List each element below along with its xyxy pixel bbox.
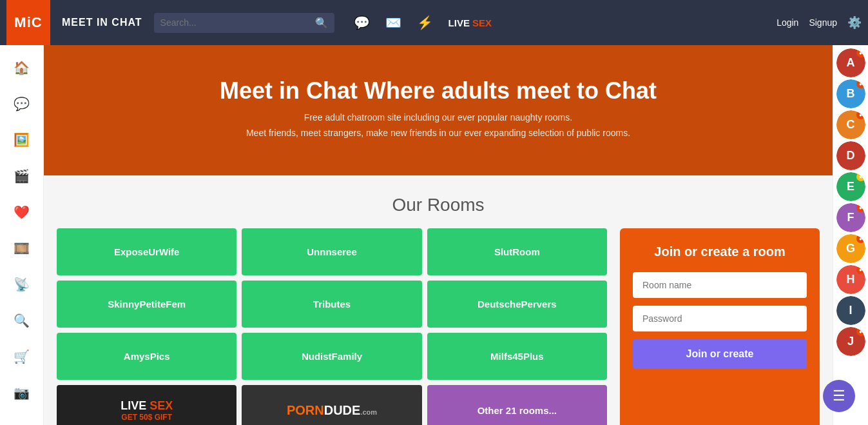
password-input[interactable] [633, 306, 807, 331]
sidebar-item-feed[interactable]: 📡 [6, 268, 38, 301]
rooms-section: Our Rooms ExposeUrWife Unnnseree SlutRoo… [44, 175, 833, 425]
room-btn-deutschepervers[interactable]: DeutschePervers [427, 281, 607, 328]
settings-icon[interactable]: ⚙️ [847, 15, 862, 30]
chat-bubble-icon[interactable]: 💬 [354, 15, 370, 30]
room-btn-slutroom[interactable]: SlutRoom [427, 228, 607, 275]
header: MiC MEET IN CHAT 🔍 💬 ✉️ ⚡ LIVE SEX Login… [0, 0, 868, 45]
avatar-8[interactable]: H ● [836, 265, 865, 294]
avatar-10[interactable]: J ● [836, 327, 865, 356]
join-panel: Join or create a room Join or create [620, 228, 820, 425]
bottom-chat-button[interactable]: ☰ [823, 380, 855, 412]
sidebar-item-favorites[interactable]: ❤️ [6, 196, 38, 228]
avatar-1[interactable]: A ● [836, 48, 865, 77]
room-btn-milfs45plus[interactable]: Milfs45Plus [427, 333, 607, 380]
rooms-layout: ExposeUrWife Unnnseree SlutRoom SkinnyPe… [57, 228, 820, 425]
avatar-1-badge: ● [856, 48, 865, 57]
avatar-3-badge: ● [856, 110, 865, 119]
search-box: 🔍 [154, 13, 334, 33]
join-create-button[interactable]: Join or create [633, 339, 807, 369]
room-btn-livesex[interactable]: LIVE SEX GET 50$ GIFT [57, 385, 236, 425]
room-btn-exposeurwife[interactable]: ExposeUrWife [57, 228, 236, 275]
avatar-7[interactable]: G ● [836, 234, 865, 263]
room-btn-tributes[interactable]: Tributes [242, 281, 421, 328]
main-content: Meet in Chat Where adults meet to Chat F… [44, 45, 833, 425]
avatar-9[interactable]: I [836, 296, 865, 325]
porndude-text: PORNDUDE.com [287, 403, 377, 418]
search-input[interactable] [160, 17, 311, 28]
live-sex-gift: GET 50$ GIFT [121, 413, 172, 422]
signup-link[interactable]: Signup [809, 17, 837, 28]
live-badge[interactable]: LIVE SEX [448, 17, 492, 28]
left-sidebar: 🏠 💬 🖼️ 🎬 ❤️ 🎞️ 📡 🔍 🛒 📷 [0, 45, 44, 425]
page-layout: 🏠 💬 🖼️ 🎬 ❤️ 🎞️ 📡 🔍 🛒 📷 Meet in Chat Wher… [0, 45, 868, 425]
sidebar-item-film[interactable]: 🎞️ [6, 232, 38, 264]
hero-banner: Meet in Chat Where adults meet to Chat F… [44, 45, 833, 175]
sex-text: SEX [472, 17, 492, 28]
sidebar-item-video[interactable]: 🎬 [6, 160, 38, 192]
room-btn-otherrooms[interactable]: Other 21 rooms... [427, 385, 607, 425]
login-link[interactable]: Login [776, 17, 798, 28]
avatar-6-badge: ● [856, 203, 865, 212]
live-sex-sex-text: SEX [149, 399, 173, 412]
site-name: MEET IN CHAT [62, 17, 142, 28]
avatar-6[interactable]: F ● [836, 203, 865, 232]
avatar-7-badge: ● [856, 234, 865, 243]
avatar-2-badge: ● [856, 79, 865, 88]
hero-subtitle1: Free adult chatroom site including our e… [57, 112, 820, 123]
sidebar-item-gallery[interactable]: 🖼️ [6, 124, 38, 156]
header-right: Login Signup ⚙️ [776, 15, 862, 30]
avatar-8-badge: ● [856, 265, 865, 274]
room-btn-amyspics[interactable]: AmysPics [57, 333, 236, 380]
live-text: LIVE [448, 17, 470, 28]
search-icon[interactable]: 🔍 [315, 17, 328, 29]
avatar-5-badge: ★ [856, 172, 865, 181]
avatar-10-badge: ● [856, 327, 865, 336]
lightning-icon[interactable]: ⚡ [417, 15, 433, 30]
room-btn-nudistfamily[interactable]: NudistFamily [242, 333, 421, 380]
avatar-4[interactable]: D [836, 141, 865, 170]
header-icons: 💬 ✉️ ⚡ LIVE SEX [354, 15, 777, 30]
rooms-title: Our Rooms [57, 195, 820, 215]
room-btn-porndude[interactable]: PORNDUDE.com [242, 385, 421, 425]
right-sidebar: A ● B ● C ● D E ★ F ● G ● H ● [833, 45, 868, 425]
join-panel-title: Join or create a room [633, 244, 807, 259]
logo-box[interactable]: MiC [6, 0, 50, 45]
sidebar-item-camera[interactable]: 📷 [6, 377, 38, 409]
avatar-3[interactable]: C ● [836, 110, 865, 139]
rooms-grid: ExposeUrWife Unnnseree SlutRoom SkinnyPe… [57, 228, 607, 425]
room-name-input[interactable] [633, 272, 807, 298]
avatar-2[interactable]: B ● [836, 79, 865, 108]
room-btn-skinnypetite[interactable]: SkinnyPetiteFem [57, 281, 236, 328]
sidebar-item-shop[interactable]: 🛒 [6, 341, 38, 373]
room-btn-unnnseree[interactable]: Unnnseree [242, 228, 421, 275]
sidebar-item-search[interactable]: 🔍 [6, 304, 38, 337]
sidebar-item-chat[interactable]: 💬 [6, 88, 38, 120]
hero-subtitle2: Meet friends, meet strangers, make new f… [57, 128, 820, 138]
avatar-5[interactable]: E ★ [836, 172, 865, 201]
mail-icon[interactable]: ✉️ [385, 15, 401, 30]
logo-text: MiC [14, 14, 42, 31]
live-sex-title: LIVE SEX [121, 399, 173, 413]
sidebar-item-home[interactable]: 🏠 [6, 52, 38, 84]
menu-icon: ☰ [833, 388, 845, 404]
hero-title: Meet in Chat Where adults meet to Chat [57, 77, 820, 104]
